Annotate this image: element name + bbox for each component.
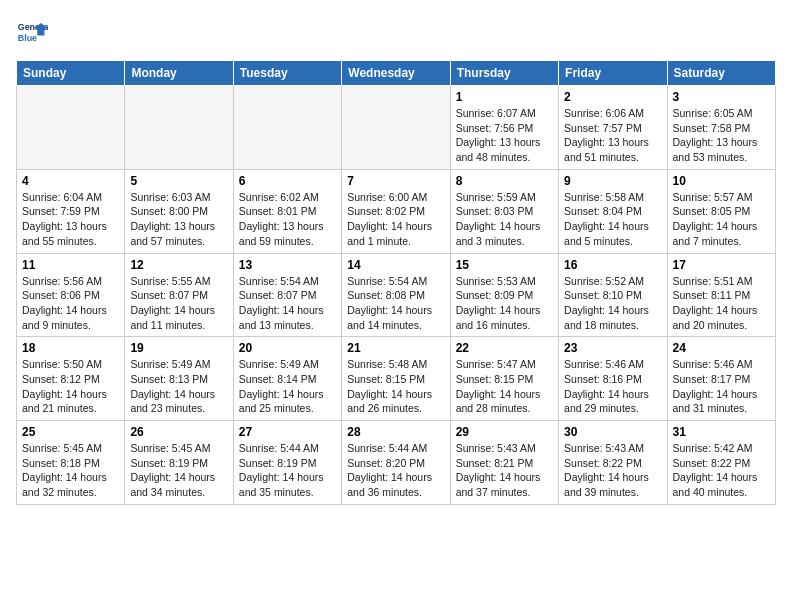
- dow-header: Wednesday: [342, 61, 450, 86]
- day-info: Sunrise: 6:02 AMSunset: 8:01 PMDaylight:…: [239, 190, 336, 249]
- calendar-cell: 2Sunrise: 6:06 AMSunset: 7:57 PMDaylight…: [559, 86, 667, 170]
- calendar-cell: 24Sunrise: 5:46 AMSunset: 8:17 PMDayligh…: [667, 337, 775, 421]
- day-number: 17: [673, 258, 770, 272]
- dow-header: Tuesday: [233, 61, 341, 86]
- dow-header: Saturday: [667, 61, 775, 86]
- day-info-line: Sunset: 8:05 PM: [673, 204, 770, 219]
- day-info-line: Sunrise: 5:47 AM: [456, 357, 553, 372]
- day-info-line: Daylight: 14 hours and 18 minutes.: [564, 303, 661, 332]
- day-info-line: Sunset: 8:00 PM: [130, 204, 227, 219]
- calendar-cell: 6Sunrise: 6:02 AMSunset: 8:01 PMDaylight…: [233, 169, 341, 253]
- calendar-cell: 9Sunrise: 5:58 AMSunset: 8:04 PMDaylight…: [559, 169, 667, 253]
- calendar-table: SundayMondayTuesdayWednesdayThursdayFrid…: [16, 60, 776, 505]
- dow-header: Friday: [559, 61, 667, 86]
- day-info: Sunrise: 5:55 AMSunset: 8:07 PMDaylight:…: [130, 274, 227, 333]
- day-info-line: Sunset: 8:22 PM: [564, 456, 661, 471]
- calendar-cell: 17Sunrise: 5:51 AMSunset: 8:11 PMDayligh…: [667, 253, 775, 337]
- day-info-line: Daylight: 14 hours and 25 minutes.: [239, 387, 336, 416]
- day-info-line: Daylight: 14 hours and 11 minutes.: [130, 303, 227, 332]
- calendar-cell: 10Sunrise: 5:57 AMSunset: 8:05 PMDayligh…: [667, 169, 775, 253]
- day-info: Sunrise: 5:44 AMSunset: 8:20 PMDaylight:…: [347, 441, 444, 500]
- day-info: Sunrise: 6:04 AMSunset: 7:59 PMDaylight:…: [22, 190, 119, 249]
- day-info-line: Sunrise: 5:42 AM: [673, 441, 770, 456]
- day-number: 22: [456, 341, 553, 355]
- day-info: Sunrise: 5:59 AMSunset: 8:03 PMDaylight:…: [456, 190, 553, 249]
- day-number: 20: [239, 341, 336, 355]
- day-number: 2: [564, 90, 661, 104]
- calendar-cell: 30Sunrise: 5:43 AMSunset: 8:22 PMDayligh…: [559, 421, 667, 505]
- day-info-line: Sunset: 8:20 PM: [347, 456, 444, 471]
- day-number: 16: [564, 258, 661, 272]
- calendar-cell: 19Sunrise: 5:49 AMSunset: 8:13 PMDayligh…: [125, 337, 233, 421]
- day-info: Sunrise: 6:03 AMSunset: 8:00 PMDaylight:…: [130, 190, 227, 249]
- day-info-line: Daylight: 13 hours and 51 minutes.: [564, 135, 661, 164]
- day-info: Sunrise: 5:46 AMSunset: 8:16 PMDaylight:…: [564, 357, 661, 416]
- calendar-cell: 3Sunrise: 6:05 AMSunset: 7:58 PMDaylight…: [667, 86, 775, 170]
- calendar-week-row: 1Sunrise: 6:07 AMSunset: 7:56 PMDaylight…: [17, 86, 776, 170]
- day-info-line: Sunrise: 6:04 AM: [22, 190, 119, 205]
- day-info-line: Sunrise: 5:44 AM: [239, 441, 336, 456]
- svg-text:Blue: Blue: [18, 33, 37, 43]
- day-info-line: Sunset: 8:15 PM: [456, 372, 553, 387]
- calendar-cell: 22Sunrise: 5:47 AMSunset: 8:15 PMDayligh…: [450, 337, 558, 421]
- day-info-line: Daylight: 14 hours and 14 minutes.: [347, 303, 444, 332]
- day-number: 26: [130, 425, 227, 439]
- day-number: 3: [673, 90, 770, 104]
- day-info-line: Sunrise: 5:44 AM: [347, 441, 444, 456]
- day-info-line: Sunrise: 6:07 AM: [456, 106, 553, 121]
- day-info-line: Daylight: 14 hours and 34 minutes.: [130, 470, 227, 499]
- day-info-line: Daylight: 14 hours and 3 minutes.: [456, 219, 553, 248]
- dow-header: Thursday: [450, 61, 558, 86]
- day-info-line: Sunrise: 5:49 AM: [130, 357, 227, 372]
- day-info: Sunrise: 5:45 AMSunset: 8:19 PMDaylight:…: [130, 441, 227, 500]
- day-number: 30: [564, 425, 661, 439]
- day-info: Sunrise: 5:56 AMSunset: 8:06 PMDaylight:…: [22, 274, 119, 333]
- calendar-cell: 28Sunrise: 5:44 AMSunset: 8:20 PMDayligh…: [342, 421, 450, 505]
- day-info-line: Sunrise: 5:46 AM: [673, 357, 770, 372]
- day-info-line: Sunset: 8:07 PM: [239, 288, 336, 303]
- day-info-line: Sunrise: 6:03 AM: [130, 190, 227, 205]
- day-info-line: Sunset: 8:18 PM: [22, 456, 119, 471]
- calendar-week-row: 11Sunrise: 5:56 AMSunset: 8:06 PMDayligh…: [17, 253, 776, 337]
- day-info-line: Sunset: 8:10 PM: [564, 288, 661, 303]
- day-info-line: Daylight: 14 hours and 26 minutes.: [347, 387, 444, 416]
- day-info: Sunrise: 5:50 AMSunset: 8:12 PMDaylight:…: [22, 357, 119, 416]
- calendar-cell: 31Sunrise: 5:42 AMSunset: 8:22 PMDayligh…: [667, 421, 775, 505]
- calendar-cell: [342, 86, 450, 170]
- day-number: 23: [564, 341, 661, 355]
- day-number: 21: [347, 341, 444, 355]
- calendar-cell: 11Sunrise: 5:56 AMSunset: 8:06 PMDayligh…: [17, 253, 125, 337]
- calendar-cell: 12Sunrise: 5:55 AMSunset: 8:07 PMDayligh…: [125, 253, 233, 337]
- day-info-line: Daylight: 13 hours and 57 minutes.: [130, 219, 227, 248]
- day-info-line: Sunset: 8:08 PM: [347, 288, 444, 303]
- calendar-cell: 8Sunrise: 5:59 AMSunset: 8:03 PMDaylight…: [450, 169, 558, 253]
- day-number: 8: [456, 174, 553, 188]
- day-info-line: Sunset: 7:59 PM: [22, 204, 119, 219]
- calendar-cell: [125, 86, 233, 170]
- day-number: 7: [347, 174, 444, 188]
- day-info-line: Sunset: 8:19 PM: [130, 456, 227, 471]
- day-info-line: Daylight: 14 hours and 31 minutes.: [673, 387, 770, 416]
- day-info-line: Sunset: 8:22 PM: [673, 456, 770, 471]
- day-info-line: Daylight: 14 hours and 39 minutes.: [564, 470, 661, 499]
- logo-icon: General Blue: [16, 16, 48, 48]
- day-info-line: Sunrise: 5:53 AM: [456, 274, 553, 289]
- day-info: Sunrise: 5:44 AMSunset: 8:19 PMDaylight:…: [239, 441, 336, 500]
- day-number: 13: [239, 258, 336, 272]
- day-info: Sunrise: 5:52 AMSunset: 8:10 PMDaylight:…: [564, 274, 661, 333]
- day-info-line: Daylight: 14 hours and 5 minutes.: [564, 219, 661, 248]
- calendar-cell: 5Sunrise: 6:03 AMSunset: 8:00 PMDaylight…: [125, 169, 233, 253]
- logo: General Blue: [16, 16, 48, 48]
- day-info-line: Daylight: 14 hours and 1 minute.: [347, 219, 444, 248]
- day-info-line: Sunset: 8:09 PM: [456, 288, 553, 303]
- days-of-week-row: SundayMondayTuesdayWednesdayThursdayFrid…: [17, 61, 776, 86]
- day-number: 15: [456, 258, 553, 272]
- day-info: Sunrise: 5:43 AMSunset: 8:21 PMDaylight:…: [456, 441, 553, 500]
- day-info-line: Sunset: 8:19 PM: [239, 456, 336, 471]
- day-info: Sunrise: 6:05 AMSunset: 7:58 PMDaylight:…: [673, 106, 770, 165]
- day-info-line: Sunrise: 5:43 AM: [564, 441, 661, 456]
- day-info-line: Sunset: 8:06 PM: [22, 288, 119, 303]
- calendar-week-row: 18Sunrise: 5:50 AMSunset: 8:12 PMDayligh…: [17, 337, 776, 421]
- day-info-line: Sunrise: 5:48 AM: [347, 357, 444, 372]
- day-info-line: Sunset: 8:02 PM: [347, 204, 444, 219]
